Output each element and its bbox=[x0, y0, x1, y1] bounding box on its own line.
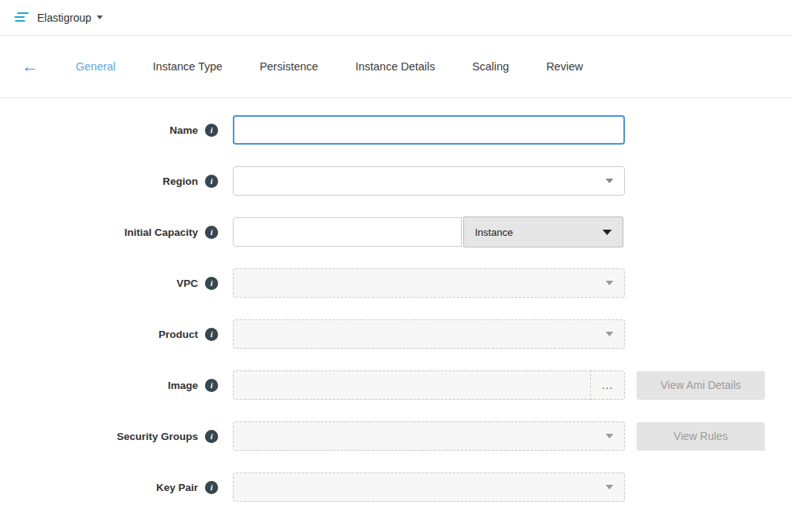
capacity-unit-select[interactable]: Instance bbox=[463, 217, 623, 247]
region-label: Region bbox=[162, 176, 198, 187]
form-row-security-groups: Security Groups i View Rules bbox=[0, 421, 792, 451]
tab-instance-type[interactable]: Instance Type bbox=[153, 60, 223, 73]
wizard-tabs: General Instance Type Persistence Instan… bbox=[76, 60, 620, 73]
form-row-region: Region i bbox=[0, 166, 792, 196]
name-input[interactable] bbox=[233, 115, 625, 145]
chevron-down-icon bbox=[606, 332, 613, 336]
back-arrow-icon[interactable]: ← bbox=[15, 55, 45, 78]
info-icon[interactable]: i bbox=[205, 277, 218, 290]
info-icon[interactable]: i bbox=[205, 481, 218, 494]
product-select bbox=[233, 319, 625, 349]
form-row-image: Image i ... View Ami Details bbox=[0, 370, 792, 400]
form-row-vpc: VPC i bbox=[0, 268, 792, 298]
app-header: Elastigroup bbox=[0, 0, 792, 36]
form-row-product: Product i bbox=[0, 319, 792, 349]
image-label: Image bbox=[168, 380, 198, 391]
view-ami-details-button[interactable]: View Ami Details bbox=[637, 371, 765, 400]
wizard-tab-bar: ← General Instance Type Persistence Inst… bbox=[0, 36, 792, 98]
image-browse-button[interactable]: ... bbox=[590, 370, 625, 400]
app-switcher-label[interactable]: Elastigroup bbox=[37, 12, 91, 24]
info-icon[interactable]: i bbox=[205, 226, 218, 239]
form-row-name: Name i bbox=[0, 115, 792, 145]
image-input bbox=[233, 370, 590, 400]
initial-capacity-input[interactable] bbox=[233, 217, 462, 247]
region-select[interactable] bbox=[233, 166, 625, 196]
vpc-select bbox=[233, 268, 625, 298]
tab-scaling[interactable]: Scaling bbox=[473, 60, 510, 73]
view-rules-button[interactable]: View Rules bbox=[637, 422, 765, 451]
form-row-initial-capacity: Initial Capacity i Instance bbox=[0, 217, 792, 247]
key-pair-select bbox=[233, 472, 625, 502]
chevron-down-icon bbox=[603, 230, 612, 235]
info-icon[interactable]: i bbox=[205, 175, 218, 188]
info-icon[interactable]: i bbox=[205, 328, 218, 341]
security-groups-select bbox=[233, 421, 625, 451]
tab-general[interactable]: General bbox=[76, 60, 116, 73]
chevron-down-icon bbox=[606, 434, 613, 438]
initial-capacity-label: Initial Capacity bbox=[125, 227, 198, 238]
product-label: Product bbox=[159, 329, 198, 340]
form-row-key-pair: Key Pair i bbox=[0, 472, 792, 502]
chevron-down-icon bbox=[606, 281, 613, 285]
info-icon[interactable]: i bbox=[205, 379, 218, 392]
info-icon[interactable]: i bbox=[205, 124, 218, 137]
capacity-unit-value: Instance bbox=[475, 227, 513, 238]
info-icon[interactable]: i bbox=[205, 430, 218, 443]
chevron-down-icon bbox=[606, 485, 613, 489]
vpc-label: VPC bbox=[176, 278, 198, 289]
chevron-down-icon bbox=[606, 179, 613, 183]
elastigroup-logo-icon bbox=[12, 10, 29, 26]
chevron-down-icon[interactable] bbox=[97, 15, 103, 19]
name-label: Name bbox=[169, 124, 198, 136]
tab-instance-details[interactable]: Instance Details bbox=[355, 60, 435, 73]
security-groups-label: Security Groups bbox=[117, 431, 198, 442]
key-pair-label: Key Pair bbox=[156, 482, 198, 493]
tab-persistence[interactable]: Persistence bbox=[260, 60, 319, 73]
tab-review[interactable]: Review bbox=[546, 60, 583, 73]
general-settings-form: Name i Region i Initial Capacity i Insta… bbox=[0, 98, 792, 502]
